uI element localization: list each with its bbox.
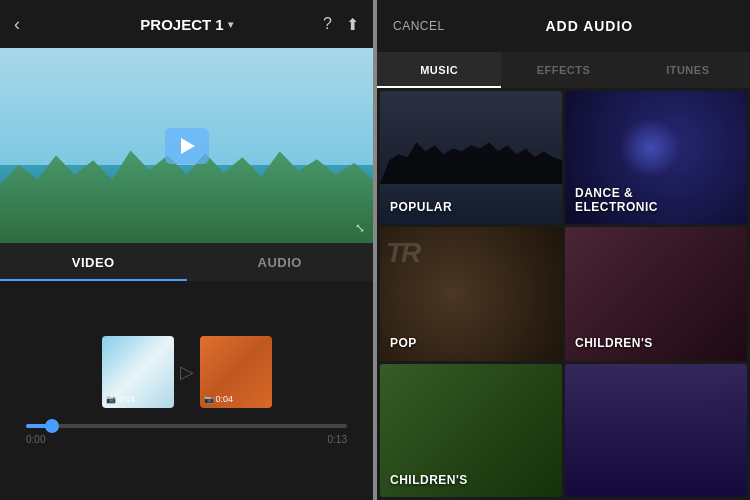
clip-2[interactable]: 📷 0:04 (200, 336, 272, 408)
holiday-label: CHILDREN'S (575, 336, 653, 350)
top-bar-icons: ? ⬆ (323, 15, 359, 34)
sub-tab-effects[interactable]: EFFECTS (501, 52, 625, 88)
video-preview: ⤡ (0, 48, 373, 243)
chevron-down-icon: ▾ (228, 19, 233, 30)
play-icon (181, 138, 195, 154)
pop-label: POP (390, 336, 417, 350)
music-card-popular[interactable]: POPULAR (380, 91, 562, 224)
pop-text-art: TR (386, 237, 419, 269)
music-card-pop[interactable]: TR POP (380, 227, 562, 360)
top-bar: ‹ PROJECT 1 ▾ ? ⬆ (0, 0, 373, 48)
scrubber-thumb[interactable] (45, 419, 59, 433)
project-title-button[interactable]: PROJECT 1 ▾ (140, 16, 232, 33)
clip-1[interactable]: 📷 0:04 (102, 336, 174, 408)
clip-arrow: ▷ (180, 361, 194, 383)
scrubber-track[interactable] (26, 424, 347, 428)
popular-label: POPULAR (390, 200, 452, 214)
dance-light (620, 118, 680, 178)
right-panel: CANCEL ADD AUDIO MUSIC EFFECTS ITUNES PO… (377, 0, 750, 500)
sub-tabs: MUSIC EFFECTS ITUNES (377, 52, 750, 88)
clip-2-duration: 📷 0:04 (204, 394, 234, 404)
project-title-text: PROJECT 1 (140, 16, 223, 33)
add-audio-bar: CANCEL ADD AUDIO (377, 0, 750, 52)
music-card-more[interactable] (565, 364, 747, 497)
cancel-button[interactable]: CANCEL (393, 19, 445, 33)
play-button[interactable] (165, 128, 209, 164)
camera-icon: 📷 (106, 395, 116, 404)
time-end: 0:13 (328, 434, 347, 445)
share-icon[interactable]: ⬆ (346, 15, 359, 34)
dance-label: DANCE &ELECTRONIC (575, 186, 658, 215)
tab-bar: VIDEO AUDIO (0, 243, 373, 281)
expand-icon[interactable]: ⤡ (355, 221, 365, 235)
sub-tab-music[interactable]: MUSIC (377, 52, 501, 88)
clips-row: 📷 0:04 ▷ 📷 0:04 (102, 336, 272, 408)
music-card-dance[interactable]: DANCE &ELECTRONIC (565, 91, 747, 224)
time-start: 0:00 (26, 434, 45, 445)
childrens-label: CHILDREN'S (390, 473, 468, 487)
camera-icon-2: 📷 (204, 395, 214, 404)
back-button[interactable]: ‹ (14, 14, 20, 35)
add-audio-title: ADD AUDIO (445, 18, 734, 34)
music-grid: POPULAR DANCE &ELECTRONIC TR POP CHILDRE… (377, 88, 750, 500)
left-panel: ‹ PROJECT 1 ▾ ? ⬆ ⤡ VIDEO AUDIO (0, 0, 373, 500)
time-labels: 0:00 0:13 (26, 434, 347, 445)
more-bg (565, 364, 747, 497)
timeline-area: 📷 0:04 ▷ 📷 0:04 0:00 0:13 (0, 281, 373, 500)
tab-audio[interactable]: AUDIO (187, 243, 374, 281)
scrubber-area: 0:00 0:13 (10, 424, 363, 445)
sub-tab-itunes[interactable]: ITUNES (626, 52, 750, 88)
help-icon[interactable]: ? (323, 15, 332, 33)
clip-1-duration: 📷 0:04 (106, 394, 136, 404)
music-card-childrens[interactable]: CHILDREN'S (380, 364, 562, 497)
tab-video[interactable]: VIDEO (0, 243, 187, 281)
music-card-holiday[interactable]: CHILDREN'S (565, 227, 747, 360)
